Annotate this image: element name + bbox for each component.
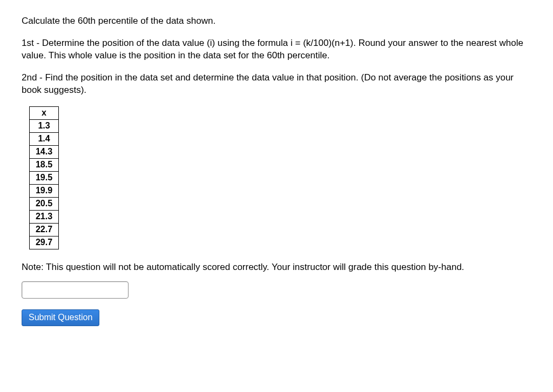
table-header-cell: x	[30, 106, 59, 119]
table-header-row: x	[30, 106, 59, 119]
table-cell: 19.9	[30, 184, 59, 197]
data-table: x 1.3 1.4 14.3 18.5 19.5 19.9 20.5 21.3 …	[29, 106, 59, 249]
table-cell: 1.3	[30, 119, 59, 132]
table-cell: 22.7	[30, 223, 59, 236]
table-row: 19.5	[30, 171, 59, 184]
table-row: 22.7	[30, 223, 59, 236]
table-cell: 14.3	[30, 145, 59, 158]
question-step-1: 1st - Determine the position of the data…	[22, 37, 531, 62]
table-row: 18.5	[30, 158, 59, 171]
answer-input[interactable]	[22, 281, 129, 299]
table-row: 21.3	[30, 210, 59, 223]
table-row: 29.7	[30, 236, 59, 249]
table-cell: 29.7	[30, 236, 59, 249]
table-row: 1.3	[30, 119, 59, 132]
table-cell: 19.5	[30, 171, 59, 184]
table-row: 14.3	[30, 145, 59, 158]
table-row: 19.9	[30, 184, 59, 197]
grading-note: Note: This question will not be automati…	[22, 261, 531, 274]
table-cell: 1.4	[30, 132, 59, 145]
table-row: 20.5	[30, 197, 59, 210]
question-title: Calculate the 60th percentile of the dat…	[22, 15, 531, 28]
question-step-2: 2nd - Find the position in the data set …	[22, 72, 531, 97]
question-container: Calculate the 60th percentile of the dat…	[0, 0, 553, 337]
table-cell: 20.5	[30, 197, 59, 210]
submit-question-button[interactable]: Submit Question	[22, 309, 99, 326]
table-cell: 21.3	[30, 210, 59, 223]
table-cell: 18.5	[30, 158, 59, 171]
data-table-wrap: x 1.3 1.4 14.3 18.5 19.5 19.9 20.5 21.3 …	[29, 106, 531, 249]
table-row: 1.4	[30, 132, 59, 145]
